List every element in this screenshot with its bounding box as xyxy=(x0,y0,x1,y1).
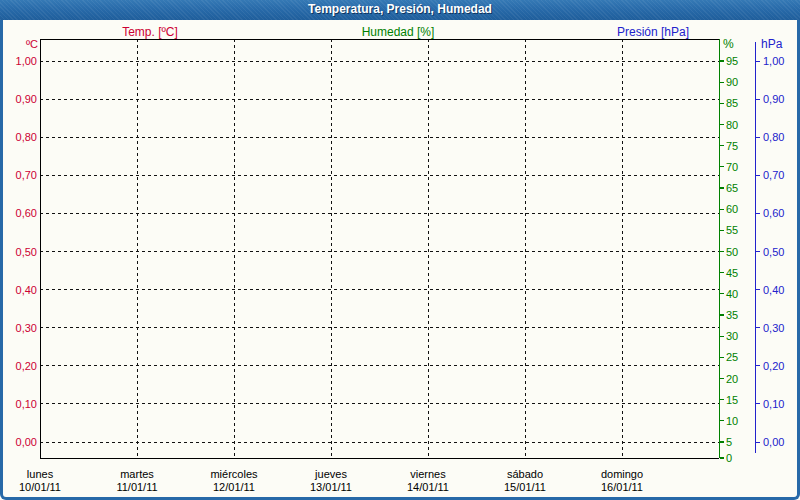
svg-text:65: 65 xyxy=(726,182,738,194)
svg-text:0,80: 0,80 xyxy=(16,131,37,143)
svg-text:0,50: 0,50 xyxy=(16,246,37,258)
svg-text:1,00: 1,00 xyxy=(16,55,37,67)
svg-text:25: 25 xyxy=(726,351,738,363)
svg-text:13/01/11: 13/01/11 xyxy=(310,481,352,493)
svg-text:0,50: 0,50 xyxy=(763,246,784,258)
svg-text:jueves: jueves xyxy=(314,468,347,480)
svg-text:16/01/11: 16/01/11 xyxy=(601,481,643,493)
svg-text:85: 85 xyxy=(726,97,738,109)
svg-text:0,60: 0,60 xyxy=(16,207,37,219)
svg-text:40: 40 xyxy=(726,288,738,300)
svg-text:75: 75 xyxy=(726,140,738,152)
svg-text:0,20: 0,20 xyxy=(763,360,784,372)
svg-text:50: 50 xyxy=(726,246,738,258)
chart-canvas: 1,000,900,800,700,600,500,400,300,200,10… xyxy=(0,0,800,500)
svg-text:15/01/11: 15/01/11 xyxy=(504,481,546,493)
legend-temperature: Temp. [ºC] xyxy=(122,25,178,39)
svg-text:0,00: 0,00 xyxy=(16,436,37,448)
svg-text:0,10: 0,10 xyxy=(16,398,37,410)
svg-text:lunes: lunes xyxy=(27,468,54,480)
svg-text:0,40: 0,40 xyxy=(763,284,784,296)
svg-text:35: 35 xyxy=(726,309,738,321)
svg-text:miércoles: miércoles xyxy=(210,468,258,480)
svg-text:0,20: 0,20 xyxy=(16,360,37,372)
svg-text:0,40: 0,40 xyxy=(16,284,37,296)
svg-text:0,00: 0,00 xyxy=(763,436,784,448)
svg-text:20: 20 xyxy=(726,373,738,385)
svg-text:55: 55 xyxy=(726,224,738,236)
svg-text:0,90: 0,90 xyxy=(16,93,37,105)
svg-text:30: 30 xyxy=(726,330,738,342)
svg-text:sábado: sábado xyxy=(507,468,543,480)
svg-text:martes: martes xyxy=(120,468,154,480)
svg-text:60: 60 xyxy=(726,203,738,215)
svg-text:5: 5 xyxy=(726,436,732,448)
svg-text:0,70: 0,70 xyxy=(16,169,37,181)
svg-text:domingo: domingo xyxy=(601,468,643,480)
svg-text:0: 0 xyxy=(726,452,732,464)
left-axis-unit-label: ºC xyxy=(14,38,38,50)
svg-text:0,10: 0,10 xyxy=(763,398,784,410)
svg-text:10: 10 xyxy=(726,415,738,427)
svg-text:70: 70 xyxy=(726,161,738,173)
svg-text:95: 95 xyxy=(726,55,738,67)
svg-text:0,60: 0,60 xyxy=(763,207,784,219)
legend-pressure: Presión [hPa] xyxy=(617,25,689,39)
app-window: Temperatura, Presión, Humedad 1,000,900,… xyxy=(0,0,800,500)
svg-text:12/01/11: 12/01/11 xyxy=(213,481,255,493)
svg-text:0,70: 0,70 xyxy=(763,169,784,181)
svg-text:0,80: 0,80 xyxy=(763,131,784,143)
svg-text:45: 45 xyxy=(726,267,738,279)
svg-text:0,30: 0,30 xyxy=(16,322,37,334)
svg-text:11/01/11: 11/01/11 xyxy=(116,481,157,493)
svg-text:1,00: 1,00 xyxy=(763,55,784,67)
svg-text:viernes: viernes xyxy=(410,468,446,480)
legend-humidity: Humedad [%] xyxy=(362,25,435,39)
svg-text:80: 80 xyxy=(726,119,738,131)
right-inner-axis-unit-label: % xyxy=(723,37,734,51)
svg-text:14/01/11: 14/01/11 xyxy=(407,481,449,493)
right-outer-axis-unit-label: hPa xyxy=(761,37,782,51)
svg-text:15: 15 xyxy=(726,394,738,406)
svg-text:0,30: 0,30 xyxy=(763,322,784,334)
svg-text:0,90: 0,90 xyxy=(763,93,784,105)
svg-text:10/01/11: 10/01/11 xyxy=(19,481,61,493)
svg-text:90: 90 xyxy=(726,76,738,88)
